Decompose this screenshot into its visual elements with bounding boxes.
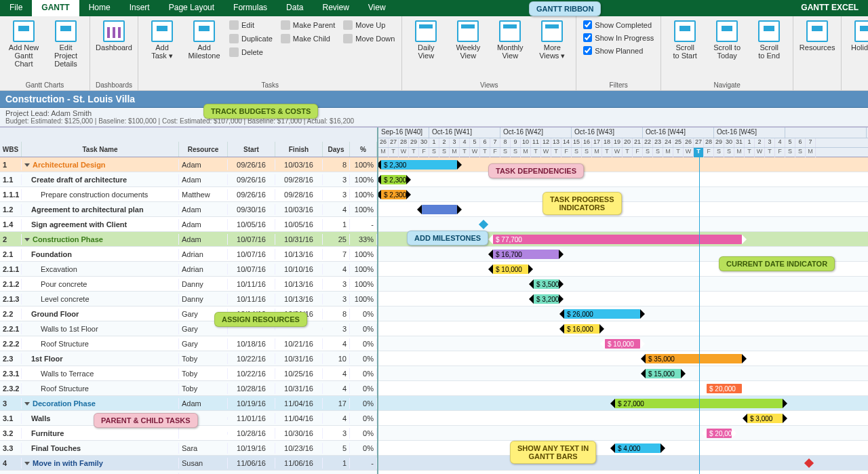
ribbon-btn-daily-view[interactable]: DailyView — [406, 19, 446, 61]
cell[interactable]: 3 — [323, 279, 350, 290]
tab-file[interactable]: File — [0, 0, 32, 16]
gantt-bar[interactable]: $ 20,000 — [707, 429, 732, 438]
cell[interactable]: Danny — [179, 279, 228, 290]
ribbon-btn-make-parent[interactable]: Make Parent — [278, 19, 338, 31]
table-row[interactable]: Type here to add a new task — [0, 471, 377, 474]
cell[interactable]: 4 — [0, 458, 22, 469]
cell[interactable]: 4 — [323, 264, 350, 275]
cell[interactable]: Adrian — [179, 249, 228, 260]
cell[interactable]: 0% — [350, 428, 377, 439]
gantt-bar[interactable]: $ 16,000 — [564, 324, 599, 334]
cell[interactable]: 1.1.1 — [0, 189, 22, 200]
table-row[interactable]: 2.31st FloorToby10/22/1610/31/16100% — [0, 351, 377, 366]
cell[interactable]: 4 — [323, 413, 350, 424]
ribbon-btn-make-child[interactable]: Make Child — [278, 33, 338, 45]
cell[interactable]: Create draft of architecture — [22, 174, 179, 185]
ribbon-btn-resources-[interactable]: Resources — [797, 19, 837, 53]
cell[interactable]: 0% — [350, 383, 377, 394]
cell[interactable]: 100% — [350, 189, 377, 200]
cell[interactable]: 8 — [323, 309, 350, 319]
cell[interactable]: 5 — [323, 443, 350, 454]
cell[interactable]: 3 — [323, 174, 350, 185]
cell[interactable]: 10/13/16 — [275, 279, 323, 290]
cell[interactable]: 10/19/16 — [228, 443, 275, 454]
cell[interactable]: 8 — [323, 159, 350, 170]
table-row[interactable]: 2.1.2Pour concreteDanny10/11/1610/13/163… — [0, 277, 377, 292]
cell[interactable]: 2 — [0, 234, 22, 245]
cell[interactable]: 2.1 — [0, 249, 22, 260]
cell[interactable]: 10/31/16 — [275, 383, 323, 394]
cell[interactable]: Matthew — [179, 189, 228, 200]
col-wbs[interactable]: WBS — [0, 142, 22, 157]
cell[interactable]: Adam — [179, 234, 228, 245]
cell[interactable] — [228, 328, 275, 330]
cell[interactable]: Adam — [179, 174, 228, 185]
cell[interactable]: 10/05/16 — [275, 219, 323, 230]
cell[interactable]: 2.1.3 — [0, 294, 22, 304]
table-row[interactable]: 2.1.1ExcavationAdrian10/07/1610/10/16410… — [0, 262, 377, 277]
tab-page-layout[interactable]: Page Layout — [159, 0, 224, 16]
cell[interactable]: 09/28/16 — [275, 189, 323, 200]
cell[interactable]: 3 — [323, 428, 350, 439]
table-row[interactable]: 2.2.1Walls to 1st FloorGary30% — [0, 321, 377, 336]
cell[interactable]: 09/30/16 — [228, 204, 275, 215]
cell[interactable]: 10/21/16 — [275, 338, 323, 349]
cell[interactable]: Final Touches — [22, 443, 179, 454]
cell[interactable]: 4 — [323, 204, 350, 215]
gantt-bar[interactable]: $ 4,000 — [615, 443, 660, 453]
cell[interactable]: 0% — [350, 413, 377, 424]
ribbon-btn-delete[interactable]: Delete — [226, 46, 275, 58]
cell[interactable]: 7 — [323, 249, 350, 260]
table-row[interactable]: 3.2Furniture10/28/1610/30/1630% — [0, 426, 377, 441]
cell[interactable]: Construction Phase — [22, 234, 179, 245]
cell[interactable]: 17 — [323, 398, 350, 409]
cell[interactable]: 10/03/16 — [275, 159, 323, 170]
cell[interactable]: 0% — [350, 398, 377, 409]
cell[interactable]: Prepare construction documents — [22, 189, 179, 200]
table-row[interactable]: 2.2.2Roof StructureGary10/18/1610/21/164… — [0, 336, 377, 351]
cell[interactable]: Adrian — [179, 264, 228, 275]
cell[interactable]: 0% — [350, 353, 377, 364]
gantt-bar[interactable]: $ 77,700 — [493, 235, 742, 244]
cell[interactable]: 11/06/16 — [275, 458, 323, 469]
cell[interactable]: 10/07/16 — [228, 249, 275, 260]
cell[interactable]: 4 — [323, 383, 350, 394]
ribbon-btn-edit[interactable]: Edit — [226, 19, 275, 31]
cell[interactable]: Sara — [179, 443, 228, 454]
cell[interactable]: 10/18/16 — [228, 338, 275, 349]
gantt-bar[interactable]: $ 35,000 — [646, 354, 742, 363]
tab-insert[interactable]: Insert — [120, 0, 159, 16]
cell[interactable]: 1.1 — [0, 174, 22, 185]
ribbon-btn-add-milestone[interactable]: AddMilestone — [184, 19, 224, 61]
cell[interactable]: Pour concrete — [22, 279, 179, 290]
gantt-bar[interactable]: $ 2,300 — [381, 175, 406, 184]
cell[interactable]: 10/05/16 — [228, 219, 275, 230]
cell[interactable]: Danny — [179, 294, 228, 304]
cell[interactable]: Foundation — [22, 249, 179, 260]
cell[interactable]: 25 — [323, 234, 350, 245]
ribbon-btn-more-views-[interactable]: MoreViews ▾ — [532, 19, 572, 61]
cell[interactable]: 2.1.1 — [0, 264, 22, 275]
cell[interactable]: 09/26/16 — [228, 189, 275, 200]
cell[interactable]: Furniture — [22, 428, 179, 439]
cell[interactable]: 2.3 — [0, 353, 22, 364]
tab-data[interactable]: Data — [277, 0, 313, 16]
table-row[interactable]: 2.1FoundationAdrian10/07/1610/13/167100% — [0, 247, 377, 262]
collapse-icon[interactable] — [24, 402, 30, 406]
cell[interactable]: 100% — [350, 279, 377, 290]
cell[interactable]: Toby — [179, 383, 228, 394]
cell[interactable]: 10/07/16 — [228, 264, 275, 275]
cell[interactable]: 2.3.1 — [0, 368, 22, 379]
cell[interactable]: 10 — [323, 353, 350, 364]
col-start[interactable]: Start — [228, 142, 275, 157]
cell[interactable]: 09/26/16 — [228, 174, 275, 185]
tab-formulas[interactable]: Formulas — [224, 0, 277, 16]
cell[interactable]: 1 — [323, 458, 350, 469]
cell[interactable]: 09/28/16 — [275, 174, 323, 185]
gantt-bar[interactable]: $ 3,500 — [534, 279, 559, 289]
gantt-bar[interactable]: $ 10,000 — [605, 339, 640, 349]
cell[interactable]: 10/30/16 — [275, 428, 323, 439]
table-row[interactable]: 2.3.1Walls to TerraceToby10/22/1610/25/1… — [0, 366, 377, 381]
cell[interactable]: 33% — [350, 234, 377, 245]
ribbon-btn-holidays-[interactable]: Holidays — [846, 19, 868, 53]
